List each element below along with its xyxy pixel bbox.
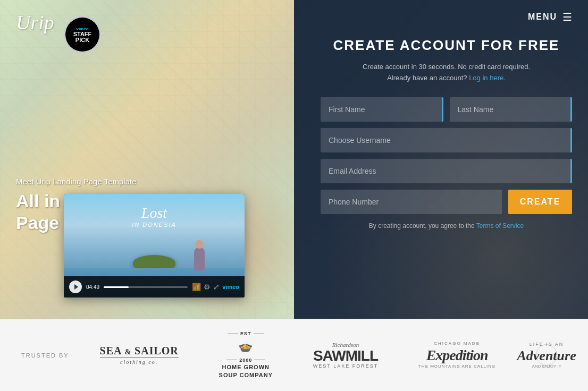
email-input[interactable] [321, 159, 572, 183]
play-button[interactable] [69, 280, 82, 293]
video-title: Lost [141, 205, 167, 221]
sea-sailor-logo[interactable]: SEA & SAILOR clothing co. [100, 345, 179, 365]
volume-icon[interactable]: 📶 [192, 283, 201, 291]
username-input[interactable] [321, 128, 572, 152]
settings-icon[interactable]: ⚙ [204, 283, 211, 291]
bottom-row: CREATE [321, 190, 572, 214]
fullscreen-icon[interactable]: ⤢ [213, 283, 220, 291]
time-display: 04:49 [86, 284, 99, 290]
menu-icon[interactable]: ☰ [562, 11, 572, 23]
signup-form: CREATE ACCOUNT FOR FREE Create account i… [321, 37, 572, 230]
form-title: CREATE ACCOUNT FOR FREE [321, 37, 572, 54]
home-grown-logo[interactable]: EST 🍲 2000 HOME GROWNSOUP COMPANY [219, 330, 273, 380]
video-title-overlay: Lost IN DONESIA [132, 205, 177, 228]
vimeo-logo: vimeo [222, 284, 239, 290]
video-player[interactable]: Lost IN DONESIA 04:49 📶 ⚙ ⤢ vimeo [64, 194, 245, 298]
progress-bar[interactable] [104, 286, 188, 288]
create-button[interactable]: CREATE [508, 190, 572, 214]
phone-input[interactable] [321, 190, 502, 214]
login-link[interactable]: Log in here. [469, 74, 506, 82]
sawmill-logo[interactable]: Richardson SAWMILL WEST LAKE FOREST [313, 342, 378, 369]
subtitle: Meet Urip Landing Page Template [16, 177, 218, 186]
menu-label[interactable]: MENU [528, 12, 557, 22]
first-name-input[interactable] [321, 97, 443, 122]
vimeo-controls[interactable]: 📶 ⚙ ⤢ vimeo [192, 283, 239, 291]
logo[interactable]: Urip [16, 11, 54, 34]
right-panel: MENU ☰ CREATE ACCOUNT FOR FREE Create ac… [294, 0, 588, 319]
progress-fill [104, 286, 129, 288]
video-subtitle: IN DONESIA [132, 222, 177, 228]
adventure-text: LIFE IS AN Adventure AND ENJOY IT [536, 344, 557, 366]
expedition-logo[interactable]: CHICAGO MADE Expedition THE MOUNTAINS AR… [418, 341, 495, 369]
sea-sailor-text: SEA & SAILOR clothing co. [100, 345, 179, 365]
menu-bar[interactable]: MENU ☰ [528, 11, 572, 23]
left-panel: Urip Meet Urip Landing Page Template All… [0, 0, 294, 319]
adventure-logo[interactable]: LIFE IS AN Adventure AND ENJOY IT [536, 344, 557, 366]
staff-label: STAFF [73, 31, 92, 37]
expedition-text: CHICAGO MADE Expedition THE MOUNTAINS AR… [418, 341, 495, 369]
last-name-input[interactable] [450, 97, 573, 122]
form-subtitle: Create account in 30 seconds. No credit … [321, 62, 572, 84]
trusted-by-label: TRUSTED BY [21, 352, 69, 359]
pick-label: PICK [75, 37, 89, 43]
home-grown-text: EST 🍲 2000 HOME GROWNSOUP COMPANY [219, 330, 273, 380]
sawmill-text: Richardson SAWMILL WEST LAKE FOREST [313, 342, 378, 369]
video-figure [191, 239, 207, 271]
footer: TRUSTED BY SEA & SAILOR clothing co. EST… [0, 319, 588, 391]
brand-logos: SEA & SAILOR clothing co. EST 🍲 2000 HOM… [90, 330, 567, 380]
video-controls[interactable]: 04:49 📶 ⚙ ⤢ vimeo [64, 276, 245, 298]
terms-link[interactable]: Terms of Service [476, 222, 524, 230]
name-row [321, 97, 572, 122]
staff-pick-badge: vimeo STAFF PICK [64, 16, 101, 53]
terms-text: By creating account, you agree to the Te… [321, 222, 572, 230]
